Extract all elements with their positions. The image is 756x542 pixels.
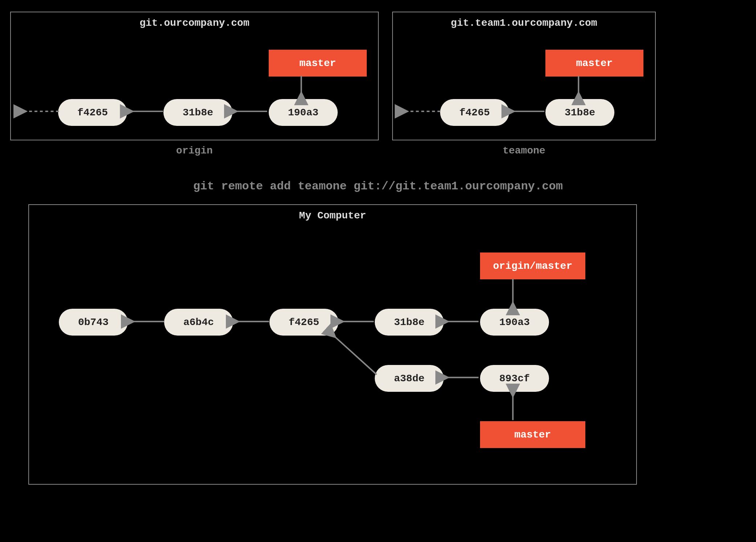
teamone-remote-label: teamone <box>392 145 656 156</box>
commit-hash: 31b8e <box>183 107 213 118</box>
origin-panel: git.ourcompany.com f4265 31b8e 190a3 mas… <box>10 12 379 140</box>
commit-hash: f4265 <box>289 317 319 328</box>
origin-remote-label: origin <box>10 145 379 156</box>
branch-label-master-local: master <box>480 421 585 448</box>
commit-hash: 893cf <box>499 373 530 384</box>
git-command-text: git remote add teamone git://git.team1.o… <box>0 180 756 193</box>
teamone-panel: git.team1.ourcompany.com f4265 31b8e mas… <box>392 12 656 140</box>
origin-title: git.ourcompany.com <box>11 17 378 29</box>
branch-label-origin-master: origin/master <box>480 252 585 279</box>
commit-node: f4265 <box>269 309 338 336</box>
branch-label-master: master <box>269 50 367 77</box>
branch-name: origin/master <box>493 260 572 272</box>
commit-node: f4265 <box>58 99 127 126</box>
commit-node: 190a3 <box>269 99 338 126</box>
commit-node: 0b743 <box>59 309 128 336</box>
commit-hash: a6b4c <box>183 317 214 328</box>
commit-node: 190a3 <box>480 309 549 336</box>
commit-hash: f4265 <box>459 107 490 118</box>
commit-hash: a38de <box>394 373 424 384</box>
branch-name: master <box>300 58 336 69</box>
local-title: My Computer <box>29 210 636 221</box>
commit-node: 31b8e <box>545 99 614 126</box>
commit-hash: 190a3 <box>288 107 318 118</box>
local-panel: My Computer 0b743 a6b4c f4265 31b8e 190a… <box>28 204 637 485</box>
svg-line-12 <box>334 336 377 374</box>
branch-name: master <box>515 429 551 440</box>
commit-node: 31b8e <box>163 99 232 126</box>
commit-node: 893cf <box>480 365 549 392</box>
commit-hash: 0b743 <box>78 317 109 328</box>
teamone-title: git.team1.ourcompany.com <box>393 17 655 29</box>
commit-hash: 31b8e <box>394 317 424 328</box>
commit-node: a38de <box>375 365 444 392</box>
commit-hash: f4265 <box>77 107 108 118</box>
branch-name: master <box>576 58 613 69</box>
branch-label-master: master <box>545 50 643 77</box>
commit-hash: 31b8e <box>565 107 595 118</box>
commit-hash: 190a3 <box>499 317 530 328</box>
commit-node: a6b4c <box>164 309 233 336</box>
commit-node: 31b8e <box>375 309 444 336</box>
commit-node: f4265 <box>440 99 509 126</box>
